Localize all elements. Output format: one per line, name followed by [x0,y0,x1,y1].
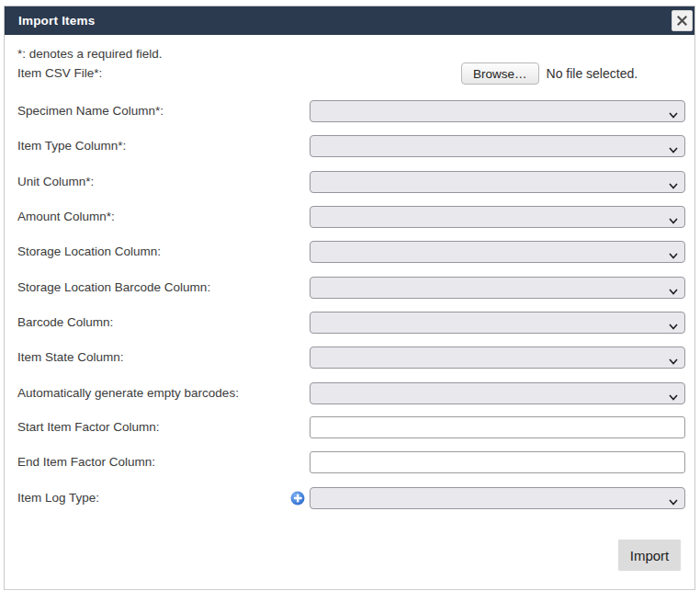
form-row-item-type-column: Item Type Column*: [17,135,685,157]
field-label: Unit Column*: [17,171,94,193]
storage-location-barcode-column-select[interactable] [310,277,685,299]
form-row-specimen-name-column: Specimen Name Column*: [17,100,685,122]
field-label: Automatically generate empty barcodes: [17,382,239,404]
specimen-name-column-select[interactable] [310,100,685,122]
unit-column-select[interactable] [310,171,685,193]
dialog-title: Import Items [5,14,95,28]
browse-button[interactable]: Browse… [461,63,539,85]
form-row-unit-column: Unit Column*: [17,171,685,193]
barcode-column-select[interactable] [310,312,685,334]
form-row-start-item-factor-column: Start Item Factor Column: [17,416,685,438]
import-items-dialog: Import Items *: denotes a required field… [4,6,695,590]
file-input-widget: Browse… No file selected. [461,62,638,85]
field-label: Item Log Type: [17,487,99,509]
add-item-log-type-icon[interactable] [290,491,305,506]
field-label: Item Type Column*: [17,135,126,157]
field-label: Specimen Name Column*: [17,100,164,122]
dialog-titlebar: Import Items [5,6,694,35]
field-label: Item State Column: [17,347,124,369]
form-row-auto-generate-barcodes: Automatically generate empty barcodes: [17,382,685,404]
required-field-note: *: denotes a required field. [17,47,163,61]
form-row-item-state-column: Item State Column: [17,347,685,369]
storage-location-column-select[interactable] [310,241,685,263]
field-label: Storage Location Column: [17,241,161,263]
field-label: Storage Location Barcode Column: [17,277,210,299]
close-icon [677,16,687,26]
import-button[interactable]: Import [618,540,681,571]
form-row-storage-location-barcode-column: Storage Location Barcode Column: [17,277,685,299]
file-field-label: Item CSV File*: [17,62,102,85]
field-label: Start Item Factor Column: [17,416,160,438]
item-state-column-select[interactable] [310,347,685,369]
amount-column-select[interactable] [310,206,685,228]
field-label: Amount Column*: [17,206,115,228]
auto-generate-barcodes-select[interactable] [310,382,685,404]
file-upload-row: Item CSV File*: Browse… No file selected… [17,62,685,85]
form-row-barcode-column: Barcode Column: [17,312,685,334]
end-item-factor-input[interactable] [310,451,685,473]
field-label: Barcode Column: [17,312,113,334]
item-type-column-select[interactable] [310,135,685,157]
item-log-type-select[interactable] [310,487,685,509]
form-row-item-log-type: Item Log Type: [17,487,685,509]
field-label: End Item Factor Column: [17,451,155,473]
start-item-factor-input[interactable] [310,416,685,438]
form-row-amount-column: Amount Column*: [17,206,685,228]
form-row-storage-location-column: Storage Location Column: [17,241,685,263]
form-row-end-item-factor-column: End Item Factor Column: [17,451,685,473]
file-status-text: No file selected. [547,66,638,81]
close-button[interactable] [672,10,693,31]
